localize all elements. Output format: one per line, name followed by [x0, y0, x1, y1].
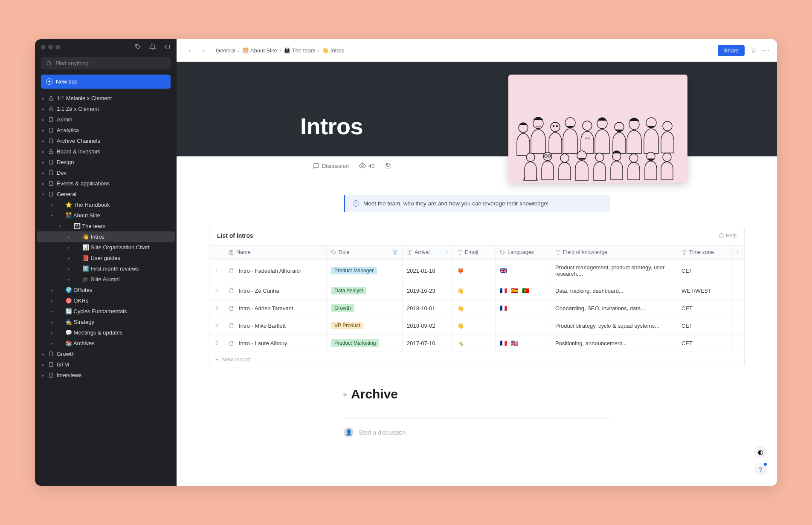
sidebar-item[interactable]: ▸Interviews: [37, 370, 175, 381]
archive-heading[interactable]: ▹ Archive: [344, 387, 610, 401]
sidebar-item[interactable]: ▸Events & applications: [37, 178, 175, 189]
sidebar-item[interactable]: ▸Growth: [37, 349, 175, 359]
theme-button[interactable]: ◐: [754, 446, 767, 459]
sidebar-item[interactable]: ▸📕 User guides: [37, 253, 175, 263]
table-row[interactable]: 5Intro - Laure AlbouyProduct Marketing20…: [209, 335, 744, 352]
new-record-button[interactable]: + New record: [209, 352, 744, 367]
col-emoji[interactable]: Emoji: [453, 245, 496, 259]
plus-icon: +: [215, 356, 219, 363]
intros-table: List of intros ? Help Name Role Arrival↑…: [209, 226, 745, 367]
sidebar-item[interactable]: ▸📚 Archives: [37, 338, 175, 349]
table-title: List of intros: [217, 232, 253, 239]
sidebar-item[interactable]: ▸👋 Intros: [37, 231, 175, 242]
sidebar-item[interactable]: ▸Design: [37, 157, 175, 167]
nav-back-button[interactable]: ‹: [184, 45, 195, 56]
sidebar-item[interactable]: ▾General: [37, 189, 175, 199]
sidebar-item[interactable]: ▸🌍 Offsites: [37, 285, 175, 295]
breadcrumb-segment[interactable]: 👋 Intros: [322, 47, 344, 54]
new-doc-label: New doc: [56, 78, 78, 85]
filter-icon[interactable]: [392, 250, 398, 255]
svg-rect-13: [49, 363, 53, 367]
svg-point-0: [136, 46, 137, 46]
col-role[interactable]: Role: [327, 245, 403, 259]
breadcrumb: General/🎊 About Slite/👨‍👩‍👧 The team/👋 I…: [216, 47, 344, 54]
sidebar-tree: ▸1:1 Melanie x Clement▸1:1 Zé x Clément▸…: [35, 93, 177, 486]
sidebar-item[interactable]: ▸1:1 Melanie x Clement: [37, 93, 175, 104]
minimize-dot[interactable]: [48, 45, 53, 49]
views-count[interactable]: 40: [359, 162, 374, 169]
svg-rect-9: [49, 171, 53, 175]
search-input[interactable]: Find anything: [41, 57, 171, 69]
col-knowledge[interactable]: Field of knowledge: [551, 245, 677, 259]
refresh-icon: [385, 163, 391, 169]
sidebar-item[interactable]: ▸Board & investors: [37, 146, 175, 157]
sidebar-item[interactable]: ▸🧙 Strategy: [37, 317, 175, 327]
sidebar-item[interactable]: ▸1️⃣ First month reviews: [37, 263, 175, 274]
sidebar-item[interactable]: ▸GTM: [37, 359, 175, 370]
sidebar-item[interactable]: ▸Archive Channels: [37, 136, 175, 146]
collapse-sidebar-icon[interactable]: [164, 43, 171, 50]
discussion-placeholder: Start a discussion: [359, 429, 406, 436]
table-row[interactable]: 2Intro - Ze CunhaData Analyst2019-10-23👋…: [209, 282, 744, 300]
col-timezone[interactable]: Time zone: [677, 245, 732, 259]
divider: [344, 418, 610, 419]
sidebar-item[interactable]: ▸1:1 Zé x Clément: [37, 104, 175, 114]
breadcrumb-segment[interactable]: 👨‍👩‍👧 The team: [284, 47, 315, 54]
start-discussion-input[interactable]: 👤 Start a discussion: [344, 427, 610, 437]
star-icon[interactable]: ☆: [751, 46, 757, 55]
add-column-button[interactable]: +: [732, 245, 744, 259]
sidebar-item[interactable]: ▾🎊 About Slite: [37, 210, 175, 221]
text-icon: [407, 250, 412, 255]
bell-icon[interactable]: [149, 43, 156, 50]
svg-text:slite: slite: [585, 137, 590, 140]
col-name[interactable]: Name: [224, 245, 327, 259]
info-callout: i Meet the team, who they are and how yo…: [344, 195, 610, 212]
maximize-dot[interactable]: [55, 45, 60, 49]
breadcrumb-segment[interactable]: General: [216, 47, 235, 54]
new-doc-button[interactable]: + New doc: [41, 75, 171, 89]
tag-icon: [500, 250, 505, 255]
sort-asc-icon[interactable]: ↑: [446, 249, 448, 255]
close-dot[interactable]: [41, 45, 46, 49]
plus-icon: +: [46, 78, 52, 85]
nav-forward-button[interactable]: ›: [198, 45, 209, 56]
text-icon: [555, 250, 561, 255]
table-help-button[interactable]: ? Help: [719, 233, 737, 239]
tag-icon[interactable]: [135, 43, 142, 50]
svg-point-27: [663, 121, 672, 131]
svg-point-32: [560, 154, 569, 162]
share-button[interactable]: Share: [718, 45, 745, 56]
table-row[interactable]: 3Intro - Adrien TaravantGrowth2018-10-01…: [209, 300, 744, 317]
table-row[interactable]: 4Intro - Mike BartlettVP Product2018-09-…: [209, 317, 744, 335]
sidebar-item[interactable]: ▸🎯 OKRs: [37, 295, 175, 306]
svg-point-18: [553, 126, 554, 127]
svg-point-36: [629, 154, 638, 162]
sidebar-item[interactable]: ▸💬 Meetings & updates: [37, 327, 175, 338]
svg-rect-12: [49, 352, 53, 356]
corner-buttons: ◐ ?: [754, 446, 767, 476]
info-icon: i: [353, 200, 359, 207]
breadcrumb-segment[interactable]: 🎊 About Slite: [242, 47, 277, 54]
sidebar-item[interactable]: ▸Analytics: [37, 125, 175, 136]
table-row[interactable]: 1Intro - Fadeelah AlhoraibiProduct Manag…: [209, 260, 744, 282]
sidebar-item[interactable]: ▸Dev: [37, 167, 175, 178]
search-icon: [46, 61, 52, 66]
sidebar-item[interactable]: ▾👨‍👩‍👧 The team: [37, 221, 175, 231]
col-arrival[interactable]: Arrival↑: [403, 245, 453, 259]
sidebar-item[interactable]: ▸⭐ The Handbook: [37, 199, 175, 210]
sidebar-item[interactable]: ▸🎓 Slite Alumni: [37, 274, 175, 285]
window-controls: [35, 39, 177, 55]
refresh-button[interactable]: [385, 163, 391, 169]
avatar: 👤: [344, 427, 354, 437]
hero-image: slite: [508, 75, 687, 183]
discussion-button[interactable]: Discussion: [313, 163, 349, 169]
sidebar-item[interactable]: ▸📊 Slite Organisation Chart: [37, 242, 175, 253]
col-languages[interactable]: Languages: [496, 245, 551, 259]
help-button[interactable]: ?: [754, 463, 767, 476]
sidebar-item[interactable]: ▸🔄 Cycles Fundamentals: [37, 306, 175, 317]
sidebar-item[interactable]: ▸Admin: [37, 114, 175, 125]
new-record-label: New record: [222, 356, 250, 363]
body-scroll: i Meet the team, who they are and how yo…: [177, 169, 777, 486]
svg-rect-11: [49, 192, 53, 196]
more-icon[interactable]: ⋯: [763, 46, 769, 55]
